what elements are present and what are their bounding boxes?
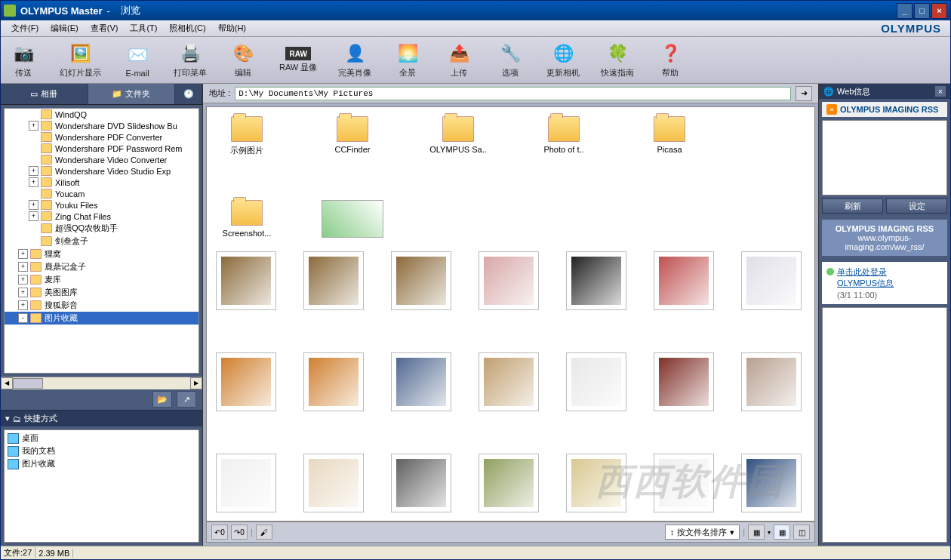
view-grid-button[interactable]: ▦: [774, 525, 790, 540]
email-button[interactable]: ✉️E-mail: [122, 43, 152, 78]
raw-button[interactable]: RAWRAW 显像: [279, 47, 317, 73]
refresh-button[interactable]: 刷新: [822, 198, 883, 214]
tree-row[interactable]: 超强QQ农牧助手: [5, 222, 199, 235]
menu-help[interactable]: 帮助(H): [212, 21, 252, 35]
thumbnail-item[interactable]: [741, 454, 802, 512]
quick-access-header[interactable]: ▾ 🗂 快捷方式: [1, 410, 202, 426]
folder-item[interactable]: OLYMPUS Sa..: [427, 116, 489, 156]
quick-item[interactable]: 我的文档: [6, 445, 197, 457]
tree-row[interactable]: 剑叁盒子: [5, 235, 199, 248]
thumbnail-item[interactable]: [303, 454, 364, 512]
update-button[interactable]: 🌐更新相机: [546, 42, 580, 78]
tree-toggle[interactable]: +: [29, 177, 38, 187]
tree-row[interactable]: Wondershare Video Converter: [5, 154, 199, 165]
menu-edit[interactable]: 编辑(E): [45, 21, 85, 35]
slideshow-button[interactable]: 🖼️幻灯片显示: [60, 42, 101, 78]
edit-button[interactable]: 🎨编辑: [228, 42, 258, 78]
thumbnail-item[interactable]: [566, 352, 626, 411]
transfer-button[interactable]: 📷传送: [8, 42, 38, 78]
menu-file[interactable]: 文件(F): [5, 21, 45, 35]
maximize-button[interactable]: □: [914, 3, 930, 19]
tree-toggle[interactable]: +: [18, 288, 28, 297]
tree-row[interactable]: +麦库: [5, 273, 199, 286]
scroll-track[interactable]: [13, 377, 190, 389]
thumbnail-item[interactable]: [391, 251, 451, 310]
tab-clock[interactable]: 🕐: [175, 84, 202, 104]
tree-row[interactable]: +Youku Files: [5, 199, 199, 211]
thumbnail-item[interactable]: [654, 454, 714, 512]
menu-camera[interactable]: 照相机(C): [163, 21, 211, 35]
address-input[interactable]: [235, 87, 791, 100]
open-external-button[interactable]: ↗: [177, 391, 196, 408]
options-button[interactable]: 🔧选项: [495, 42, 525, 78]
panorama-button[interactable]: 🌅全景: [392, 42, 423, 78]
tab-folder[interactable]: 📁文件夹: [88, 84, 176, 104]
folder-item[interactable]: Picasa: [639, 116, 700, 156]
tree-toggle[interactable]: +: [29, 200, 38, 210]
tree-toggle[interactable]: -: [18, 313, 28, 323]
portrait-button[interactable]: 👤完美肖像: [338, 42, 371, 78]
tree-row[interactable]: +鹿鼎记盒子: [5, 260, 199, 273]
close-panel-button[interactable]: ×: [935, 86, 946, 97]
tree-row[interactable]: +Wondershare DVD Slideshow Bu: [5, 120, 199, 131]
thumbnail-item[interactable]: [566, 251, 626, 310]
tree-row[interactable]: +狸窝: [5, 248, 199, 260]
view-thumbs-button[interactable]: ▦: [748, 525, 765, 540]
print-button[interactable]: 🖨️打印菜单: [174, 42, 207, 78]
folder-tree[interactable]: WindQQ+Wondershare DVD Slideshow BuWonde…: [4, 108, 199, 374]
folder-item[interactable]: Photo of t..: [533, 116, 595, 156]
quick-item[interactable]: 图片收藏: [6, 457, 197, 470]
tree-row[interactable]: WindQQ: [5, 109, 199, 120]
tree-row[interactable]: Youcam: [5, 188, 199, 199]
scroll-thumb[interactable]: [13, 378, 43, 389]
thumbnail-item[interactable]: [741, 251, 802, 310]
rss-login-link[interactable]: 单击此处登录OLYMPUS信息: [826, 266, 943, 289]
menu-view[interactable]: 查看(V): [85, 21, 125, 35]
thumbnail-item[interactable]: [479, 352, 539, 411]
menu-tools[interactable]: 工具(T): [124, 21, 163, 35]
rotate-right-button[interactable]: ↷0: [231, 525, 248, 540]
tree-row[interactable]: -图片收藏: [5, 312, 199, 325]
tree-toggle[interactable]: +: [18, 249, 28, 259]
paint-button[interactable]: 🖌: [256, 525, 272, 540]
tree-row[interactable]: +美图图库: [5, 286, 199, 299]
thumbnail-item[interactable]: [566, 454, 626, 512]
folder-item[interactable]: 示例图片: [216, 116, 278, 156]
view-split-button[interactable]: ◫: [793, 525, 810, 540]
thumbnail-item[interactable]: [303, 352, 364, 411]
file-browser[interactable]: 示例图片CCFinderOLYMPUS Sa..Photo of t..Pica…: [206, 106, 815, 522]
thumbnail-item[interactable]: [216, 352, 276, 411]
rss-title[interactable]: » OLYMPUS IMAGING RSS: [822, 102, 947, 117]
thumbnail-item[interactable]: [479, 251, 539, 310]
tree-row[interactable]: +搜狐影音: [5, 299, 199, 312]
thumbnail-item[interactable]: [303, 251, 364, 310]
tree-hscrollbar[interactable]: ◀ ▶: [1, 377, 202, 389]
tree-toggle[interactable]: +: [29, 121, 38, 131]
tree-toggle[interactable]: +: [18, 300, 28, 310]
thumbnail-item[interactable]: [322, 200, 383, 238]
scroll-right-button[interactable]: ▶: [190, 377, 202, 389]
thumbnail-item[interactable]: [654, 352, 714, 411]
guide-button[interactable]: 🍀快速指南: [601, 42, 634, 78]
thumbnail-item[interactable]: [479, 454, 539, 512]
thumbnail-item[interactable]: [741, 352, 802, 411]
tree-toggle[interactable]: +: [18, 262, 28, 272]
folder-item[interactable]: Screenshot...: [216, 200, 278, 238]
folder-item[interactable]: CCFinder: [322, 116, 383, 156]
tree-row[interactable]: +Xilisoft: [5, 177, 199, 188]
tree-row[interactable]: +Zing Chat Files: [5, 211, 199, 222]
close-button[interactable]: ×: [931, 3, 947, 19]
upload-button[interactable]: 📤上传: [444, 42, 474, 78]
tree-toggle[interactable]: +: [29, 166, 38, 176]
tree-row[interactable]: Wondershare PDF Converter: [5, 131, 199, 143]
tree-toggle[interactable]: +: [29, 211, 38, 221]
thumbnail-item[interactable]: [391, 454, 451, 512]
thumbnail-item[interactable]: [216, 454, 276, 512]
tree-toggle[interactable]: +: [18, 275, 28, 285]
quick-item[interactable]: 桌面: [6, 432, 197, 445]
thumbnail-item[interactable]: [654, 251, 714, 310]
tree-row[interactable]: Wondershare PDF Password Rem: [5, 143, 199, 154]
scroll-left-button[interactable]: ◀: [1, 377, 13, 389]
tab-album[interactable]: ▭相册: [1, 84, 88, 104]
thumbnail-item[interactable]: [391, 352, 451, 411]
